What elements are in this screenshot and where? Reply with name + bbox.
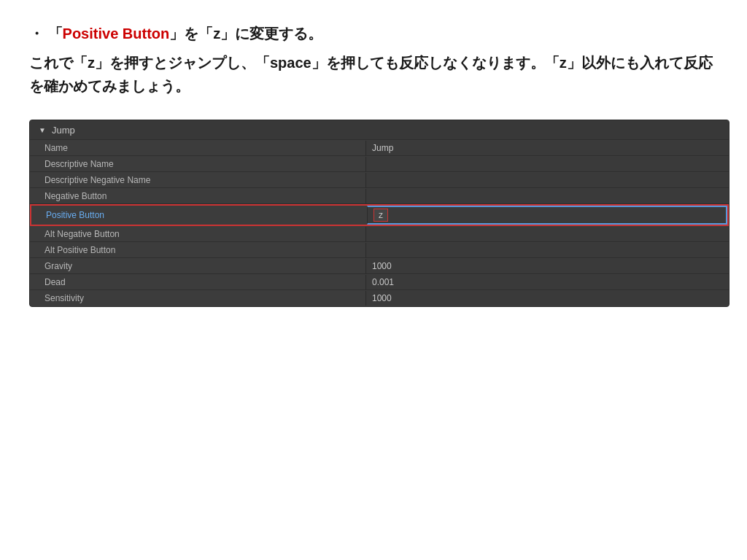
descriptive-name-value: [365, 157, 729, 171]
name-row: Name Jump: [30, 140, 729, 156]
descriptive-negative-name-label: Descriptive Negative Name: [30, 173, 365, 187]
bullet: ・: [29, 26, 44, 42]
dead-label: Dead: [30, 275, 365, 289]
sensitivity-value-text: 1000: [372, 293, 392, 303]
gravity-label: Gravity: [30, 259, 365, 273]
sensitivity-row: Sensitivity 1000: [30, 290, 729, 306]
dead-value: 0.001: [365, 275, 729, 289]
dead-row: Dead 0.001: [30, 274, 729, 290]
name-value-text: Jump: [372, 143, 393, 153]
positive-button-value[interactable]: z: [367, 206, 727, 225]
highlight-positive-button: Positive Button: [63, 26, 170, 42]
alt-positive-button-row: Alt Positive Button: [30, 242, 729, 258]
negative-button-row: Negative Button: [30, 188, 729, 204]
descriptive-negative-name-row: Descriptive Negative Name: [30, 172, 729, 188]
page-container: ・ 「Positive Button」を「z」に変更する。 これで「z」を押すと…: [0, 0, 747, 560]
negative-button-label: Negative Button: [30, 189, 365, 203]
inspector-panel: ▼ Jump Name Jump Descriptive Name Descri…: [29, 120, 729, 307]
positive-button-label: Positive Button: [31, 208, 367, 222]
positive-button-row[interactable]: Positive Button z: [30, 204, 729, 226]
alt-positive-button-value: [365, 243, 729, 257]
negative-button-value: [365, 189, 729, 203]
gravity-value-text: 1000: [372, 261, 392, 271]
section-title: Jump: [52, 125, 75, 136]
gravity-row: Gravity 1000: [30, 258, 729, 274]
descriptive-name-row: Descriptive Name: [30, 156, 729, 172]
section-header: ▼ Jump: [30, 120, 729, 139]
section-header-row: ▼ Jump: [30, 120, 729, 140]
descriptive-name-label: Descriptive Name: [30, 157, 365, 171]
instruction-prefix: 「: [48, 26, 63, 42]
sensitivity-value: 1000: [365, 291, 729, 306]
descriptive-negative-name-value: [365, 173, 729, 187]
triangle-icon: ▼: [39, 126, 46, 134]
alt-positive-button-label: Alt Positive Button: [30, 243, 365, 257]
name-label: Name: [30, 141, 365, 155]
sensitivity-label: Sensitivity: [30, 291, 365, 306]
instruction-block: ・ 「Positive Button」を「z」に変更する。 これで「z」を押すと…: [29, 22, 718, 98]
name-value: Jump: [365, 141, 729, 155]
dead-value-text: 0.001: [372, 277, 394, 287]
instruction-line2: これで「z」を押すとジャンプし、「space」を押しても反応しなくなります。「z…: [29, 51, 718, 98]
alt-negative-button-value: [365, 227, 729, 241]
gravity-value: 1000: [365, 259, 729, 273]
positive-button-value-text: z: [374, 209, 388, 222]
instruction-line1: ・ 「Positive Button」を「z」に変更する。: [29, 22, 718, 45]
alt-negative-button-row: Alt Negative Button: [30, 226, 729, 242]
instruction-suffix: 」を「z」に変更する。: [169, 26, 322, 42]
alt-negative-button-label: Alt Negative Button: [30, 227, 365, 241]
